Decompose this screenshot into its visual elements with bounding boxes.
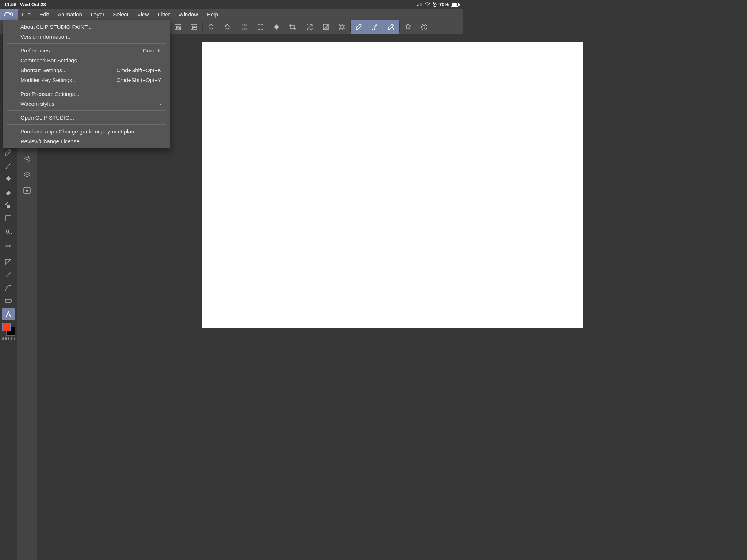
menu-item-about[interactable]: About CLIP STUDIO PAINT... (3, 22, 170, 32)
color-swatch[interactable] (2, 323, 15, 336)
snap-gradient-button[interactable] (318, 20, 334, 34)
chevron-right-icon: › (159, 101, 161, 107)
menu-item-pen-pressure[interactable]: Pen Pressure Settings... (3, 89, 170, 99)
snap-diagonal-button[interactable] (302, 20, 318, 34)
help-button[interactable] (416, 20, 432, 34)
svg-rect-9 (340, 26, 343, 28)
fg-color-swatch[interactable] (2, 323, 11, 331)
blend-tool[interactable] (2, 225, 15, 238)
education-button[interactable] (400, 20, 416, 34)
menu-item-review-license[interactable]: Review/Change License... (3, 136, 170, 146)
gradient-tool[interactable] (2, 212, 15, 225)
svg-rect-8 (339, 24, 344, 30)
wifi-icon (425, 2, 430, 7)
text-tool[interactable] (2, 308, 15, 320)
frame-tool[interactable] (2, 295, 15, 307)
snap-selection-button[interactable] (334, 20, 350, 34)
shortcut-label: Cmd+Shift+Opt+Y (117, 77, 161, 83)
app-menu-dropdown: About CLIP STUDIO PAINT... Version infor… (3, 20, 170, 148)
battery-percent: 70% (439, 2, 449, 7)
ios-status-bar: 11:56 Wed Oct 28 70% (0, 0, 463, 9)
svg-point-11 (6, 203, 7, 204)
svg-rect-5 (258, 24, 263, 30)
pen-draw-mode-button[interactable] (351, 20, 367, 34)
battery-icon (451, 3, 459, 7)
shortcut-label: Cmd+Shift+Opt+K (117, 67, 161, 73)
menu-file[interactable]: File (18, 9, 35, 20)
menu-item-purchase[interactable]: Purchase app / Change grade or payment p… (3, 127, 170, 136)
export-psd-button[interactable]: psd (186, 20, 202, 34)
svg-point-13 (5, 204, 6, 205)
erase-mode-button[interactable] (383, 20, 399, 34)
eraser-tool[interactable] (2, 186, 15, 198)
menu-item-open-clip-studio[interactable]: Open CLIP STUDIO... (3, 113, 170, 122)
canvas[interactable] (202, 42, 464, 328)
svg-rect-14 (7, 205, 10, 208)
status-time: 11:56 (4, 2, 16, 7)
menu-item-version[interactable]: Version information... (3, 32, 170, 42)
app-menu-button[interactable] (0, 9, 18, 20)
transparency-toggle[interactable] (2, 337, 15, 340)
fill-button[interactable] (268, 20, 285, 34)
redo-button[interactable] (219, 20, 235, 34)
cell-signal-icon (417, 3, 422, 6)
curve-tool[interactable] (2, 282, 15, 294)
alarm-icon (432, 2, 437, 7)
undo-button[interactable] (203, 20, 219, 34)
airbrush-tool[interactable] (2, 199, 15, 211)
materials-panel-button[interactable] (23, 155, 31, 164)
loading-icon[interactable] (236, 20, 252, 34)
shortcut-label: Cmd+K (143, 47, 161, 54)
clear-selection-button[interactable] (252, 20, 268, 34)
menu-filter[interactable]: Filter (153, 9, 174, 20)
menu-item-preferences[interactable]: Preferences...Cmd+K (3, 46, 170, 55)
menu-window[interactable]: Window (174, 9, 202, 20)
favorites-panel-button[interactable] (23, 186, 31, 195)
svg-rect-15 (6, 216, 11, 221)
crop-button[interactable] (285, 20, 301, 34)
fill-tool[interactable] (2, 173, 15, 185)
svg-text:psd: psd (192, 26, 197, 29)
menu-animation[interactable]: Animation (53, 9, 86, 20)
line-tool[interactable] (2, 269, 15, 281)
svg-text:png: png (176, 26, 181, 29)
svg-point-12 (7, 202, 8, 203)
menu-help[interactable]: Help (202, 9, 222, 20)
menu-item-modifier-key[interactable]: Modifier Key Settings...Cmd+Shift+Opt+Y (3, 75, 170, 85)
layers-panel-button[interactable] (23, 171, 31, 179)
figure-tool[interactable] (2, 256, 15, 268)
menu-item-wacom-stylus[interactable]: Wacom stylus› (3, 99, 170, 109)
menu-view[interactable]: View (133, 9, 153, 20)
brush-tool[interactable] (2, 160, 15, 172)
menu-item-shortcut-settings[interactable]: Shortcut Settings...Cmd+Shift+Opt+K (3, 65, 170, 75)
export-png-button[interactable]: png (170, 20, 186, 34)
brush-draw-mode-button[interactable] (367, 20, 383, 34)
menu-bar: File Edit Animation Layer Select View Fi… (0, 9, 463, 20)
menu-select[interactable]: Select (109, 9, 133, 20)
menu-edit[interactable]: Edit (35, 9, 53, 20)
clip-studio-logo-icon (4, 11, 13, 18)
status-date: Wed Oct 28 (20, 2, 46, 7)
decoration-tool[interactable] (2, 238, 15, 251)
menu-item-command-bar[interactable]: Command Bar Settings... (3, 55, 170, 65)
pen-tool[interactable] (2, 147, 15, 159)
menu-layer[interactable]: Layer (86, 9, 109, 20)
